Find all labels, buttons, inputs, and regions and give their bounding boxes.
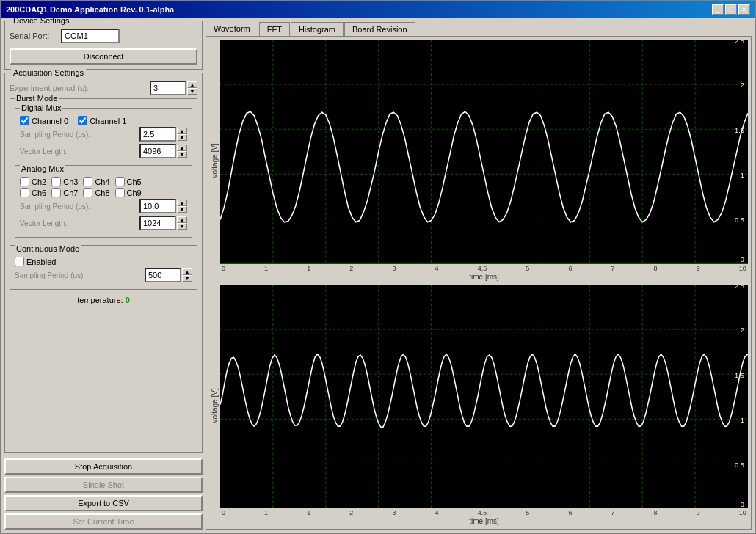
continuous-enabled-label: Enabled — [26, 257, 56, 266]
experiment-period-up[interactable]: ▲ — [187, 81, 197, 88]
chart2-x-ticks: 0 1 1 2 3 4 4.5 5 6 7 8 9 10 — [220, 508, 748, 516]
export-csv-button[interactable]: Export to CSV — [4, 495, 203, 511]
serial-port-input[interactable] — [61, 29, 120, 43]
tab-bar: Waveform FFT Histogram Board Revision — [206, 21, 752, 36]
device-settings-group: Device Settings Serial Port: Disconnect — [4, 21, 203, 70]
tab-board-revision[interactable]: Board Revision — [344, 22, 415, 36]
continuous-sampling-label: Sampling Period (us): — [15, 271, 145, 279]
chart1-x-label: time [ms] — [220, 272, 748, 282]
digital-vector-down[interactable]: ▼ — [177, 151, 187, 158]
continuous-sampling-up[interactable]: ▲ — [182, 268, 192, 275]
analog-sampling-input[interactable] — [139, 199, 176, 213]
analog-vector-up[interactable]: ▲ — [177, 216, 187, 223]
acquisition-settings-title: Acquisition Settings — [11, 68, 86, 77]
tab-waveform[interactable]: Waveform — [206, 21, 258, 36]
chart2-x-label: time [ms] — [220, 516, 748, 526]
ch3-label: Ch3 — [63, 178, 78, 186]
chart2-y-label: voltage [V] — [209, 285, 220, 527]
analog-vector-spinner: ▲ ▼ — [139, 216, 187, 230]
chart1-x-ticks: 0 1 1 2 3 4 4.5 5 6 7 8 9 10 — [220, 264, 748, 272]
continuous-sampling-input[interactable] — [145, 268, 181, 282]
ch8-label: Ch8 — [95, 189, 109, 197]
close-button[interactable]: ✕ — [738, 4, 750, 15]
temperature-label: temperature: — [77, 296, 123, 304]
chart1-wrapper: voltage [V] — [209, 40, 748, 282]
analog-vector-input[interactable] — [139, 216, 176, 230]
ch5-checkbox[interactable] — [115, 177, 125, 186]
continuous-enabled-row: Enabled — [15, 257, 192, 266]
analog-ch-row2: Ch6 Ch7 Ch8 Ch9 — [20, 188, 187, 197]
experiment-period-spinner-btns: ▲ ▼ — [187, 81, 197, 95]
acquisition-settings-group: Acquisition Settings Experiment period (… — [4, 73, 203, 453]
continuous-sampling-btns: ▲ ▼ — [182, 268, 192, 282]
stop-acquisition-button[interactable]: Stop Acquisition — [4, 458, 203, 475]
analog-vector-down[interactable]: ▼ — [177, 223, 187, 230]
digital-sampling-input[interactable] — [139, 127, 176, 142]
ch2-checkbox[interactable] — [20, 177, 29, 186]
digital-vector-up[interactable]: ▲ — [177, 145, 187, 151]
ch8-checkbox[interactable] — [83, 188, 92, 197]
ch3-checkbox[interactable] — [51, 177, 61, 186]
continuous-mode-title: Continuous Mode — [15, 244, 81, 253]
continuous-sampling-down[interactable]: ▼ — [182, 275, 192, 282]
experiment-period-spinner: ▲ ▼ — [150, 81, 197, 95]
chart1-container: 2.5 2 1.5 1 0.5 0 — [220, 40, 748, 264]
tab-fft[interactable]: FFT — [259, 22, 290, 36]
ch6-checkbox[interactable] — [20, 188, 29, 197]
ch4-checkbox[interactable] — [83, 177, 92, 186]
svg-text:2.5: 2.5 — [735, 285, 744, 290]
continuous-sampling-spinner: ▲ ▼ — [145, 268, 192, 282]
left-panel: Device Settings Serial Port: Disconnect … — [4, 21, 203, 530]
svg-text:1: 1 — [741, 415, 744, 423]
content-area: Device Settings Serial Port: Disconnect … — [1, 18, 755, 533]
serial-port-row: Serial Port: — [10, 29, 197, 43]
window-title: 200CDAQ1 Demo Application Rev. 0.1-alpha — [6, 5, 174, 14]
main-window: 200CDAQ1 Demo Application Rev. 0.1-alpha… — [0, 0, 756, 534]
analog-mux-group: Analog Mux Ch2 Ch3 Ch4 Ch5 Ch6 Ch7 — [15, 169, 192, 238]
digital-vector-btns: ▲ ▼ — [177, 145, 187, 158]
ch6-label: Ch6 — [32, 189, 46, 197]
channel1-checkbox[interactable] — [78, 116, 87, 125]
tab-histogram[interactable]: Histogram — [291, 22, 344, 36]
serial-port-label: Serial Port: — [10, 32, 61, 40]
channel0-checkbox[interactable] — [20, 116, 29, 125]
svg-text:2.5: 2.5 — [735, 40, 744, 45]
channel0-row: Channel 0 Channel 1 — [20, 116, 187, 125]
maximize-button[interactable]: □ — [725, 4, 737, 15]
ch9-label: Ch9 — [127, 189, 142, 197]
disconnect-button[interactable]: Disconnect — [10, 48, 197, 65]
digital-sampling-up[interactable]: ▲ — [177, 128, 187, 134]
action-buttons: Stop Acquisition Single Shot Export to C… — [4, 458, 203, 530]
single-shot-button[interactable]: Single Shot — [4, 477, 203, 493]
experiment-period-down[interactable]: ▼ — [187, 88, 197, 95]
chart2-with-axis: 2.5 2 1.5 1 0.5 0 0 — [220, 285, 748, 527]
analog-sampling-up[interactable]: ▲ — [177, 200, 187, 206]
minimize-button[interactable]: _ — [712, 4, 724, 15]
experiment-period-label: Experiment period (s): — [10, 84, 150, 92]
svg-text:0.5: 0.5 — [735, 215, 744, 223]
ch7-checkbox[interactable] — [51, 188, 61, 197]
chart1-y-label: voltage [V] — [209, 40, 220, 282]
experiment-period-input[interactable] — [150, 81, 186, 95]
digital-vector-label: Vector Length: — [20, 147, 139, 156]
digital-sampling-label: Sampling Period (us): — [20, 131, 139, 139]
analog-sampling-row: Sampling Period (us): ▲ ▼ — [20, 199, 187, 213]
digital-vector-row: Vector Length: ▲ ▼ — [20, 144, 187, 158]
digital-sampling-btns: ▲ ▼ — [177, 128, 187, 141]
continuous-enabled-checkbox[interactable] — [15, 257, 24, 266]
svg-text:2: 2 — [741, 81, 744, 89]
digital-sampling-spinner: ▲ ▼ — [139, 127, 187, 142]
digital-vector-input[interactable] — [139, 144, 176, 158]
digital-sampling-down[interactable]: ▼ — [177, 134, 187, 141]
chart2-svg: 2.5 2 1.5 1 0.5 0 — [220, 285, 748, 509]
analog-sampling-down[interactable]: ▼ — [177, 206, 187, 213]
burst-mode-title: Burst Mode — [15, 94, 59, 103]
title-bar: 200CDAQ1 Demo Application Rev. 0.1-alpha… — [1, 1, 755, 18]
digital-mux-group: Digital Mux Channel 0 Channel 1 Sampling… — [15, 108, 192, 166]
analog-sampling-btns: ▲ ▼ — [177, 200, 187, 213]
ch9-checkbox[interactable] — [115, 188, 125, 197]
analog-vector-label: Vector Length: — [20, 219, 139, 227]
set-current-time-button[interactable]: Set Current Time — [4, 513, 203, 530]
experiment-period-row: Experiment period (s): ▲ ▼ — [10, 81, 197, 95]
analog-sampling-label: Sampling Period (us): — [20, 202, 139, 211]
